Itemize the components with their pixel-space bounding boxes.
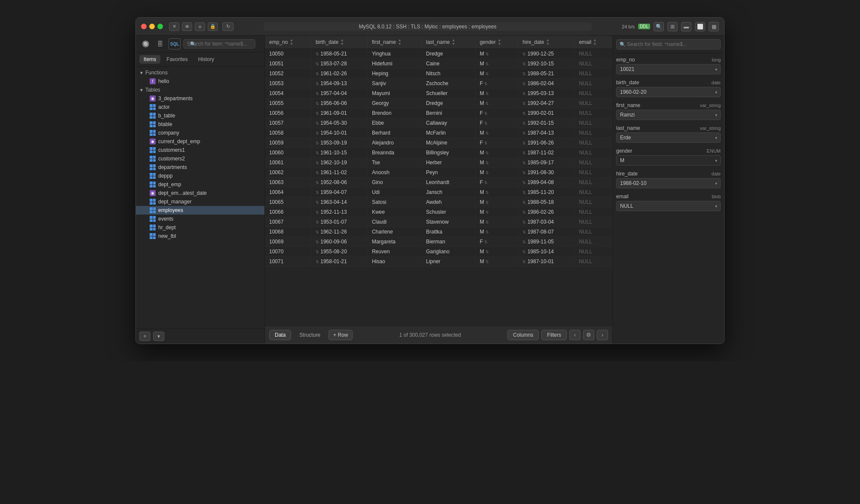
- cell-last_name[interactable]: Schusler: [421, 207, 475, 217]
- cell-emp_no[interactable]: 10051: [265, 59, 311, 69]
- table-row[interactable]: 10066⇅ 1952-11-13KweeSchuslerM ⇅⇅ 1986-0…: [265, 207, 612, 217]
- table-row[interactable]: 10062⇅ 1961-11-02AnooshPeynM ⇅⇅ 1991-08-…: [265, 168, 612, 178]
- dropdown-btn[interactable]: ▾: [153, 332, 164, 341]
- cell-email[interactable]: NULL: [574, 237, 612, 247]
- table-row[interactable]: 10065⇅ 1963-04-14SatosiAwdehM ⇅⇅ 1988-05…: [265, 197, 612, 207]
- cell-hire_date[interactable]: ⇅ 1987-04-13: [518, 128, 574, 138]
- cell-gender[interactable]: M ⇅: [475, 158, 518, 168]
- cell-email[interactable]: NULL: [574, 118, 612, 128]
- cell-email[interactable]: NULL: [574, 128, 612, 138]
- cell-birth_date[interactable]: ⇅ 1956-06-06: [311, 98, 367, 108]
- cell-last_name[interactable]: Bernini: [421, 108, 475, 118]
- cell-emp_no[interactable]: 10063: [265, 178, 311, 187]
- cell-emp_no[interactable]: 10068: [265, 227, 311, 237]
- sidebar-item-customers1[interactable]: customers1: [136, 146, 264, 154]
- cell-hire_date[interactable]: ⇅ 1987-03-04: [518, 217, 574, 227]
- sidebar-tab-history[interactable]: History: [194, 55, 218, 64]
- table-row[interactable]: 10061⇅ 1962-10-19TseHerberM ⇅⇅ 1985-09-1…: [265, 158, 612, 168]
- cell-last_name[interactable]: Dredge: [421, 49, 475, 59]
- cell-first_name[interactable]: Sanjiv: [367, 79, 421, 89]
- cell-first_name[interactable]: Yinghua: [367, 49, 421, 59]
- cell-birth_date[interactable]: ⇅ 1961-11-02: [311, 168, 367, 178]
- sidebar-tab-favorites[interactable]: Favorites: [162, 55, 192, 64]
- cell-first_name[interactable]: Alejandro: [367, 138, 421, 148]
- cell-emp_no[interactable]: 10060: [265, 148, 311, 158]
- cell-emp_no[interactable]: 10058: [265, 128, 311, 138]
- table-row[interactable]: 10063⇅ 1952-08-06GinoLeonhardtF ⇅⇅ 1989-…: [265, 178, 612, 187]
- cell-last_name[interactable]: Jansch: [421, 187, 475, 197]
- field-select-first_name[interactable]: Ramzi: [616, 110, 721, 120]
- cell-hire_date[interactable]: ⇅ 1992-01-15: [518, 118, 574, 128]
- col-header-email[interactable]: email ▲▼: [574, 36, 612, 49]
- sidebar-item-new-tbl[interactable]: new_tbl: [136, 232, 264, 240]
- cell-gender[interactable]: F ⇅: [475, 118, 518, 128]
- add-row-btn[interactable]: + Row: [329, 330, 353, 340]
- cell-birth_date[interactable]: ⇅ 1953-01-07: [311, 217, 367, 227]
- add-btn[interactable]: +: [139, 332, 150, 341]
- cell-hire_date[interactable]: ⇅ 1990-12-25: [518, 49, 574, 59]
- field-search-input[interactable]: [616, 39, 721, 49]
- table-row[interactable]: 10050⇅ 1958-05-21YinghuaDredgeM ⇅⇅ 1990-…: [265, 49, 612, 59]
- field-select-last_name[interactable]: Erde: [616, 132, 721, 143]
- cell-emp_no[interactable]: 10050: [265, 49, 311, 59]
- cell-birth_date[interactable]: ⇅ 1954-10-01: [311, 128, 367, 138]
- cell-first_name[interactable]: Berhard: [367, 128, 421, 138]
- cell-gender[interactable]: M ⇅: [475, 49, 518, 59]
- cell-email[interactable]: NULL: [574, 178, 612, 187]
- sidebar-item-b-table[interactable]: b_table: [136, 111, 264, 120]
- window-icon-btn[interactable]: ⬜: [695, 22, 705, 31]
- cell-emp_no[interactable]: 10052: [265, 69, 311, 79]
- cell-first_name[interactable]: Kwee: [367, 207, 421, 217]
- cell-first_name[interactable]: Satosi: [367, 197, 421, 207]
- cell-email[interactable]: NULL: [574, 217, 612, 227]
- table-row[interactable]: 10070⇅ 1955-08-20ReuvenGariglianoM ⇅⇅ 19…: [265, 247, 612, 257]
- col-header-last-name[interactable]: last_name ▲▼: [421, 36, 475, 49]
- cell-gender[interactable]: F ⇅: [475, 178, 518, 187]
- cell-email[interactable]: NULL: [574, 148, 612, 158]
- menu-btn[interactable]: ≡: [195, 22, 205, 31]
- cell-first_name[interactable]: Hisao: [367, 257, 421, 267]
- cell-first_name[interactable]: Hidefumi: [367, 59, 421, 69]
- field-select-birth_date[interactable]: 1960-02-20: [616, 87, 721, 97]
- table-row[interactable]: 10055⇅ 1956-06-06GeorgyDredgeM ⇅⇅ 1992-0…: [265, 98, 612, 108]
- cell-emp_no[interactable]: 10059: [265, 138, 311, 148]
- cell-first_name[interactable]: Ebbe: [367, 118, 421, 128]
- cell-gender[interactable]: M ⇅: [475, 247, 518, 257]
- data-tab-btn[interactable]: Data: [269, 330, 291, 340]
- sidebar-db-icon[interactable]: 🔘: [139, 38, 151, 49]
- cell-first_name[interactable]: Tse: [367, 158, 421, 168]
- filters-btn[interactable]: Filters: [541, 330, 567, 340]
- cell-gender[interactable]: F ⇅: [475, 108, 518, 118]
- structure-tab-btn[interactable]: Structure: [294, 330, 326, 340]
- cell-birth_date[interactable]: ⇅ 1959-04-07: [311, 187, 367, 197]
- sidebar-item-actor[interactable]: actor: [136, 103, 264, 111]
- sidebar-item-hr-dept[interactable]: hr_dept: [136, 223, 264, 232]
- sidebar-item-dept-emp[interactable]: dept_emp: [136, 180, 264, 189]
- cell-birth_date[interactable]: ⇅ 1954-09-13: [311, 79, 367, 89]
- monitor-icon-btn[interactable]: ▬: [681, 22, 691, 31]
- cell-emp_no[interactable]: 10054: [265, 89, 311, 98]
- sort-last-name[interactable]: ▲▼: [452, 38, 455, 46]
- cell-gender[interactable]: M ⇅: [475, 98, 518, 108]
- cell-first_name[interactable]: Brendon: [367, 108, 421, 118]
- sort-birth-date[interactable]: ▲▼: [340, 38, 344, 46]
- cell-email[interactable]: NULL: [574, 158, 612, 168]
- cell-hire_date[interactable]: ⇅ 1988-05-21: [518, 69, 574, 79]
- cell-last_name[interactable]: Peyn: [421, 168, 475, 178]
- cell-birth_date[interactable]: ⇅ 1955-08-20: [311, 247, 367, 257]
- sidebar-item-customers2[interactable]: customers2: [136, 154, 264, 163]
- cell-email[interactable]: NULL: [574, 79, 612, 89]
- eye-btn[interactable]: 👁: [182, 22, 192, 31]
- field-select-email[interactable]: NULL: [616, 201, 721, 211]
- cell-gender[interactable]: F ⇅: [475, 237, 518, 247]
- cell-email[interactable]: NULL: [574, 247, 612, 257]
- cell-email[interactable]: NULL: [574, 257, 612, 267]
- cell-email[interactable]: NULL: [574, 168, 612, 178]
- cell-last_name[interactable]: Dredge: [421, 98, 475, 108]
- cell-last_name[interactable]: Leonhardt: [421, 178, 475, 187]
- sidebar-item-current-dept-emp[interactable]: ◉ current_dept_emp: [136, 137, 264, 146]
- cell-gender[interactable]: M ⇅: [475, 89, 518, 98]
- table-row[interactable]: 10060⇅ 1961-10-15BreanndaBillingsleyM ⇅⇅…: [265, 148, 612, 158]
- cell-hire_date[interactable]: ⇅ 1987-08-07: [518, 227, 574, 237]
- minimize-traffic-light[interactable]: [149, 24, 155, 29]
